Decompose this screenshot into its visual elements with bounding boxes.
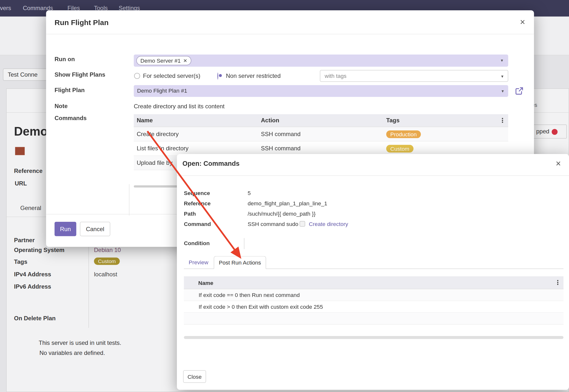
reference-label: Reference: [184, 200, 211, 207]
radio-selected-servers-label[interactable]: For selected server(s): [143, 73, 200, 79]
cell-name: If exit code == 0 then Run next command: [184, 292, 300, 298]
table-row[interactable]: Create directory SSH command Production: [134, 127, 508, 142]
kebab-icon[interactable]: ⋮: [555, 279, 561, 287]
command-label: Command: [184, 221, 211, 227]
tab-preview[interactable]: Preview: [189, 259, 208, 266]
dialog-title: Run Flight Plan: [55, 18, 109, 27]
cell-action: SSH command: [261, 131, 386, 138]
sequence-label: Sequence: [184, 190, 210, 196]
with-tags-placeholder: with tags: [325, 73, 347, 79]
table-header-row: Name Action Tags ⋮: [134, 114, 508, 127]
cancel-button[interactable]: Cancel: [80, 222, 110, 236]
tab-post-run-actions[interactable]: Post Run Actions: [214, 256, 266, 269]
screen: vers Commands Files Tools Settings Test …: [0, 0, 569, 392]
create-directory-link[interactable]: Create directory: [309, 221, 348, 227]
radio-selected-servers[interactable]: [134, 73, 140, 79]
condition-field-divider: [244, 238, 244, 249]
server-tag-pill-label: Demo Server #1: [141, 57, 181, 64]
path-label: Path: [184, 210, 196, 217]
with-tags-select[interactable]: with tags ▾: [320, 70, 508, 82]
sequence-value: 5: [248, 190, 251, 196]
run-on-field[interactable]: Demo Server #1 ✕ ▾: [134, 55, 508, 67]
table-horizontal-scrollbar[interactable]: [184, 336, 564, 339]
flight-plan-select[interactable]: Demo Flight Plan #1 ▾: [134, 85, 508, 97]
column-header-name[interactable]: Name: [184, 280, 213, 286]
condition-label: Condition: [184, 240, 210, 246]
remove-tag-icon[interactable]: ✕: [183, 58, 187, 64]
dialog-header-divider: [177, 175, 569, 176]
kebab-icon[interactable]: ⋮: [499, 117, 506, 125]
cell-action: SSH command: [261, 145, 386, 152]
column-header-tags[interactable]: Tags: [386, 117, 508, 124]
external-link-icon[interactable]: [515, 87, 523, 95]
checkbox[interactable]: [300, 221, 305, 227]
flight-plan-note-value: Create directory and list its content: [134, 103, 225, 110]
chevron-down-icon: ▾: [501, 58, 503, 63]
note-label: Note: [55, 103, 68, 110]
server-tag-pill[interactable]: Demo Server #1 ✕: [136, 56, 191, 65]
dialog-title: Open: Commands: [183, 160, 240, 168]
tab-post-run-actions-label: Post Run Actions: [219, 259, 261, 266]
show-flight-plans-label: Show Flight Plans: [55, 71, 105, 78]
flight-plan-value: Demo Flight Plan #1: [137, 87, 187, 94]
chevron-down-icon: ▾: [501, 74, 503, 79]
path-value: /such/much/{{ demo_path }}: [248, 210, 315, 217]
production-tag-badge: Production: [386, 130, 421, 138]
table-header-row: Name ⋮: [184, 276, 564, 289]
reference-value: demo_flight_plan_1_plan_line_1: [248, 200, 327, 207]
custom-tag-badge: Custom: [386, 145, 413, 153]
post-run-actions-table: Name ⋮ If exit code == 0 then Run next c…: [184, 276, 564, 325]
column-header-action[interactable]: Action: [261, 117, 386, 124]
table-row[interactable]: List files in directory SSH command Cust…: [134, 141, 508, 156]
command-value: SSH command sudo: [248, 221, 298, 227]
cell-name: List files in directory: [134, 145, 261, 152]
radio-non-server-restricted-label[interactable]: Non server restricted: [226, 73, 281, 79]
dialog-header-divider: [46, 34, 534, 34]
close-icon[interactable]: ×: [520, 18, 525, 27]
cell-name: Create directory: [134, 131, 261, 138]
run-button[interactable]: Run: [55, 222, 76, 236]
close-icon[interactable]: ×: [556, 159, 561, 168]
open-commands-dialog: Open: Commands × Sequence 5 Reference de…: [177, 154, 569, 390]
run-on-label: Run on: [55, 56, 75, 63]
table-empty-row: [184, 313, 564, 325]
close-button[interactable]: Close: [183, 370, 206, 383]
commands-field-divider: [129, 184, 129, 216]
flight-plan-label: Flight Plan: [55, 87, 85, 94]
table-row[interactable]: If exit code == 0 then Run next command: [184, 289, 564, 301]
column-header-name[interactable]: Name: [134, 117, 261, 124]
cell-name: If exit code > 0 then Exit with custom e…: [184, 304, 323, 310]
radio-non-server-restricted[interactable]: [217, 73, 218, 80]
chevron-down-icon: ▾: [501, 88, 504, 94]
commands-label: Commands: [55, 115, 87, 122]
table-row[interactable]: If exit code > 0 then Exit with custom e…: [184, 301, 564, 313]
